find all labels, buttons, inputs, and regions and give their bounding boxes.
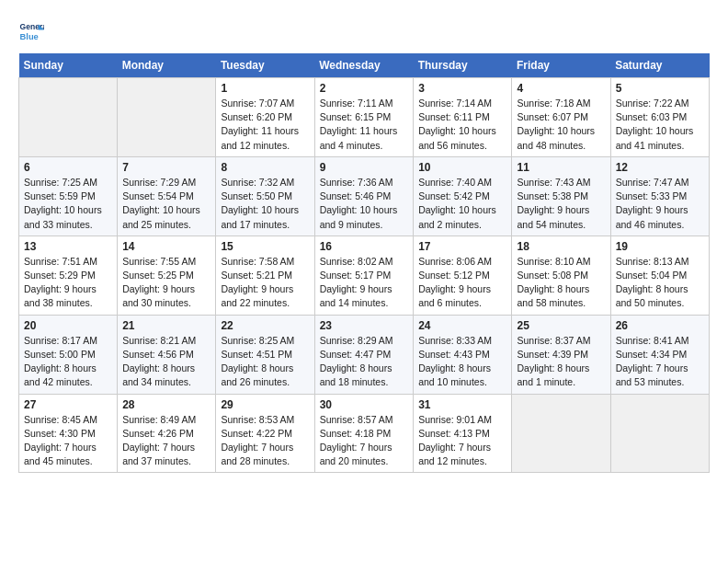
day-number: 1 xyxy=(221,82,309,95)
day-number: 12 xyxy=(616,161,704,174)
day-number: 19 xyxy=(616,240,704,253)
day-info: Sunrise: 7:58 AM Sunset: 5:21 PM Dayligh… xyxy=(221,255,309,311)
day-number: 13 xyxy=(24,240,112,253)
day-header-sunday: Sunday xyxy=(19,53,118,78)
calendar-cell: 31Sunrise: 9:01 AM Sunset: 4:13 PM Dayli… xyxy=(414,394,512,473)
day-number: 5 xyxy=(616,82,704,95)
day-number: 30 xyxy=(320,398,409,411)
day-number: 23 xyxy=(320,319,409,332)
calendar-cell: 1Sunrise: 7:07 AM Sunset: 6:20 PM Daylig… xyxy=(216,78,314,157)
day-info: Sunrise: 8:57 AM Sunset: 4:18 PM Dayligh… xyxy=(320,413,409,469)
day-number: 11 xyxy=(517,161,605,174)
calendar-cell: 4Sunrise: 7:18 AM Sunset: 6:07 PM Daylig… xyxy=(512,78,610,157)
day-info: Sunrise: 8:25 AM Sunset: 4:51 PM Dayligh… xyxy=(221,334,309,390)
calendar-cell xyxy=(19,78,118,157)
calendar-cell: 15Sunrise: 7:58 AM Sunset: 5:21 PM Dayli… xyxy=(216,236,314,315)
logo: General Blue xyxy=(18,18,44,44)
calendar-cell: 24Sunrise: 8:33 AM Sunset: 4:43 PM Dayli… xyxy=(414,315,512,394)
day-info: Sunrise: 7:25 AM Sunset: 5:59 PM Dayligh… xyxy=(24,176,112,232)
day-info: Sunrise: 7:29 AM Sunset: 5:54 PM Dayligh… xyxy=(122,176,210,232)
calendar-cell xyxy=(118,78,216,157)
day-info: Sunrise: 7:51 AM Sunset: 5:29 PM Dayligh… xyxy=(24,255,112,311)
calendar-cell: 17Sunrise: 8:06 AM Sunset: 5:12 PM Dayli… xyxy=(414,236,512,315)
calendar-cell: 16Sunrise: 8:02 AM Sunset: 5:17 PM Dayli… xyxy=(314,236,414,315)
week-row-4: 20Sunrise: 8:17 AM Sunset: 5:00 PM Dayli… xyxy=(19,315,710,394)
day-header-monday: Monday xyxy=(118,53,216,78)
calendar-cell: 26Sunrise: 8:41 AM Sunset: 4:34 PM Dayli… xyxy=(610,315,709,394)
week-row-3: 13Sunrise: 7:51 AM Sunset: 5:29 PM Dayli… xyxy=(19,236,710,315)
calendar-table: SundayMondayTuesdayWednesdayThursdayFrid… xyxy=(18,53,710,473)
day-info: Sunrise: 7:14 AM Sunset: 6:11 PM Dayligh… xyxy=(418,97,506,153)
week-row-5: 27Sunrise: 8:45 AM Sunset: 4:30 PM Dayli… xyxy=(19,394,710,473)
calendar-cell: 19Sunrise: 8:13 AM Sunset: 5:04 PM Dayli… xyxy=(610,236,709,315)
calendar-cell: 27Sunrise: 8:45 AM Sunset: 4:30 PM Dayli… xyxy=(19,394,118,473)
calendar-cell: 22Sunrise: 8:25 AM Sunset: 4:51 PM Dayli… xyxy=(216,315,314,394)
calendar-cell: 5Sunrise: 7:22 AM Sunset: 6:03 PM Daylig… xyxy=(610,78,709,157)
calendar-cell: 7Sunrise: 7:29 AM Sunset: 5:54 PM Daylig… xyxy=(118,156,216,236)
day-info: Sunrise: 8:29 AM Sunset: 4:47 PM Dayligh… xyxy=(320,334,409,390)
day-info: Sunrise: 8:49 AM Sunset: 4:26 PM Dayligh… xyxy=(122,413,210,469)
calendar-cell: 25Sunrise: 8:37 AM Sunset: 4:39 PM Dayli… xyxy=(512,315,610,394)
day-number: 16 xyxy=(320,240,409,253)
day-info: Sunrise: 8:17 AM Sunset: 5:00 PM Dayligh… xyxy=(24,334,112,390)
page-header: General Blue xyxy=(18,18,710,44)
day-number: 18 xyxy=(517,240,605,253)
calendar-body: 1Sunrise: 7:07 AM Sunset: 6:20 PM Daylig… xyxy=(19,78,710,473)
calendar-cell: 29Sunrise: 8:53 AM Sunset: 4:22 PM Dayli… xyxy=(216,394,314,473)
day-info: Sunrise: 8:10 AM Sunset: 5:08 PM Dayligh… xyxy=(517,255,605,311)
week-row-2: 6Sunrise: 7:25 AM Sunset: 5:59 PM Daylig… xyxy=(19,156,710,236)
calendar-cell: 28Sunrise: 8:49 AM Sunset: 4:26 PM Dayli… xyxy=(118,394,216,473)
day-number: 14 xyxy=(122,240,210,253)
calendar-cell: 12Sunrise: 7:47 AM Sunset: 5:33 PM Dayli… xyxy=(610,156,709,236)
day-of-week-row: SundayMondayTuesdayWednesdayThursdayFrid… xyxy=(19,53,710,78)
day-info: Sunrise: 8:13 AM Sunset: 5:04 PM Dayligh… xyxy=(616,255,704,311)
day-info: Sunrise: 7:11 AM Sunset: 6:15 PM Dayligh… xyxy=(320,97,409,153)
day-info: Sunrise: 8:21 AM Sunset: 4:56 PM Dayligh… xyxy=(122,334,210,390)
calendar-cell: 10Sunrise: 7:40 AM Sunset: 5:42 PM Dayli… xyxy=(414,156,512,236)
day-number: 29 xyxy=(221,398,309,411)
day-info: Sunrise: 9:01 AM Sunset: 4:13 PM Dayligh… xyxy=(418,413,506,469)
day-number: 6 xyxy=(24,161,112,174)
day-number: 25 xyxy=(517,319,605,332)
day-number: 24 xyxy=(418,319,506,332)
week-row-1: 1Sunrise: 7:07 AM Sunset: 6:20 PM Daylig… xyxy=(19,78,710,157)
day-number: 21 xyxy=(122,319,210,332)
day-number: 3 xyxy=(418,82,506,95)
logo-icon: General Blue xyxy=(18,18,44,44)
calendar-cell: 13Sunrise: 7:51 AM Sunset: 5:29 PM Dayli… xyxy=(19,236,118,315)
day-header-tuesday: Tuesday xyxy=(216,53,314,78)
day-info: Sunrise: 7:18 AM Sunset: 6:07 PM Dayligh… xyxy=(517,97,605,153)
day-header-saturday: Saturday xyxy=(610,53,709,78)
calendar-header: SundayMondayTuesdayWednesdayThursdayFrid… xyxy=(19,53,710,78)
day-info: Sunrise: 8:53 AM Sunset: 4:22 PM Dayligh… xyxy=(221,413,309,469)
calendar-cell xyxy=(610,394,709,473)
day-number: 27 xyxy=(24,398,112,411)
calendar-cell: 14Sunrise: 7:55 AM Sunset: 5:25 PM Dayli… xyxy=(118,236,216,315)
day-header-friday: Friday xyxy=(512,53,610,78)
calendar-cell: 18Sunrise: 8:10 AM Sunset: 5:08 PM Dayli… xyxy=(512,236,610,315)
calendar-cell: 3Sunrise: 7:14 AM Sunset: 6:11 PM Daylig… xyxy=(414,78,512,157)
day-number: 8 xyxy=(221,161,309,174)
day-info: Sunrise: 8:45 AM Sunset: 4:30 PM Dayligh… xyxy=(24,413,112,469)
day-info: Sunrise: 7:22 AM Sunset: 6:03 PM Dayligh… xyxy=(616,97,704,153)
calendar-cell: 23Sunrise: 8:29 AM Sunset: 4:47 PM Dayli… xyxy=(314,315,414,394)
day-number: 7 xyxy=(122,161,210,174)
day-info: Sunrise: 7:32 AM Sunset: 5:50 PM Dayligh… xyxy=(221,176,309,232)
calendar-cell: 11Sunrise: 7:43 AM Sunset: 5:38 PM Dayli… xyxy=(512,156,610,236)
calendar-cell: 6Sunrise: 7:25 AM Sunset: 5:59 PM Daylig… xyxy=(19,156,118,236)
calendar-cell: 20Sunrise: 8:17 AM Sunset: 5:00 PM Dayli… xyxy=(19,315,118,394)
day-number: 31 xyxy=(418,398,506,411)
calendar-cell: 30Sunrise: 8:57 AM Sunset: 4:18 PM Dayli… xyxy=(314,394,414,473)
day-info: Sunrise: 7:55 AM Sunset: 5:25 PM Dayligh… xyxy=(122,255,210,311)
day-header-thursday: Thursday xyxy=(414,53,512,78)
day-info: Sunrise: 8:06 AM Sunset: 5:12 PM Dayligh… xyxy=(418,255,506,311)
calendar-cell: 21Sunrise: 8:21 AM Sunset: 4:56 PM Dayli… xyxy=(118,315,216,394)
calendar-cell: 2Sunrise: 7:11 AM Sunset: 6:15 PM Daylig… xyxy=(314,78,414,157)
day-info: Sunrise: 8:02 AM Sunset: 5:17 PM Dayligh… xyxy=(320,255,409,311)
day-info: Sunrise: 7:36 AM Sunset: 5:46 PM Dayligh… xyxy=(320,176,409,232)
day-info: Sunrise: 7:47 AM Sunset: 5:33 PM Dayligh… xyxy=(616,176,704,232)
svg-text:Blue: Blue xyxy=(20,32,39,41)
day-info: Sunrise: 8:41 AM Sunset: 4:34 PM Dayligh… xyxy=(616,334,704,390)
calendar-cell: 8Sunrise: 7:32 AM Sunset: 5:50 PM Daylig… xyxy=(216,156,314,236)
day-number: 17 xyxy=(418,240,506,253)
